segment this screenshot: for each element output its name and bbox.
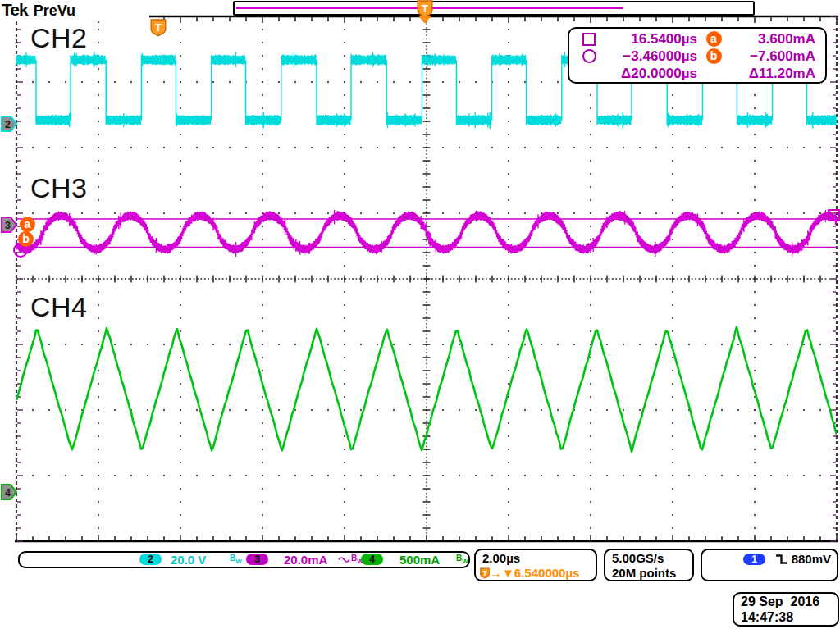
cursor-b-level-badge: b [18,231,34,247]
record-length: 20M points [612,566,676,580]
cursor-a-value: 3.600mA [730,31,815,48]
trace-ch3 [16,210,837,257]
cursor-a-square-marker [828,209,840,221]
graticule [15,16,838,541]
cursor-readout-box: 16.5400µs a 3.600mA −3.46000µs b −7.600m… [568,27,827,84]
channel-2-badge: 2 [139,554,162,565]
cursor-delta-time: Δ20.0000µs [607,66,697,82]
svg-text:3: 3 [5,220,11,231]
horizontal-readout-box: 2.00µs T →▼6.540000µs [474,549,597,581]
cursor-b-value: −7.600mA [730,48,815,65]
channel-4-bandwidth-icon: BW [456,554,468,565]
brand-logo: Tek [2,0,28,19]
date-label: 29 Sep 2016 [741,595,819,609]
oscilloscope-screen: 234 TekPreVu T T CH2 CH3 CH4 16.5400µs a… [0,0,840,629]
ground-markers: 234 [2,116,16,499]
svg-text:T: T [155,21,162,34]
trigger-delay-icon: T [480,567,490,579]
channel-2-scale: 20.0 V [171,553,206,567]
acquisition-status: PreVu [34,2,75,19]
trigger-delay-readout: T →▼6.540000µs [480,566,579,580]
channel-4-scale: 500mA [399,553,440,567]
channel-2-label: CH2 [30,22,88,54]
trigger-level: 880mV [792,552,831,566]
channel-3-scale: 20.0mA [284,553,327,567]
acquisition-preview-bar [233,1,755,16]
channel-4-label: CH4 [30,291,88,323]
svg-text:T: T [422,2,428,15]
waveform-display: 234 [0,0,840,629]
channel-3-coupling-icon [338,555,350,564]
cursor-delta-value: Δ11.20mA [730,66,815,82]
cursor-delta-row: Δ20.0000µs Δ11.20mA [569,65,825,82]
channel-4-badge: 4 [361,554,383,565]
time-label: 14:47:38 [741,610,793,625]
brand-area: TekPreVu [2,0,149,21]
svg-text:T: T [482,569,487,577]
cursor-a-badge: a [706,31,722,47]
trigger-position-icon: T [150,19,167,37]
cursor-b-circle-icon [582,49,596,63]
timebase-scale: 2.00µs [482,551,520,565]
sample-rate: 5.00GS/s [612,551,664,565]
falling-edge-icon [774,553,788,566]
cursor-b-row: −3.46000µs b −7.600mA [569,48,825,65]
cursor-b-badge: b [706,48,722,64]
cursor-a-square-icon [582,33,596,46]
svg-text:4: 4 [5,487,11,499]
channel-2-bandwidth-icon: BW [230,554,242,565]
datetime-box: 29 Sep 2016 14:47:38 [733,592,839,627]
cursor-b-time: −3.46000µs [607,48,697,65]
acquisition-readout-box: 5.00GS/s 20M points [604,549,694,581]
svg-text:2: 2 [5,119,11,130]
expansion-point-icon [418,16,431,24]
cursor-a-time: 16.5400µs [607,31,697,48]
trigger-source-badge: 1 [743,554,765,565]
trigger-readout-box: 1 880mV [701,549,838,581]
trigger-delay-value: 6.540000µs [514,566,580,580]
channel-3-label: CH3 [30,172,88,204]
cursor-a-level-badge: a [20,217,35,232]
cursor-a-row: 16.5400µs a 3.600mA [569,30,825,48]
channel-readout-bar: 2 20.0 V BW 3 20.0mA BW 4 500mA BW [18,551,470,568]
channel-3-badge: 3 [246,554,268,565]
